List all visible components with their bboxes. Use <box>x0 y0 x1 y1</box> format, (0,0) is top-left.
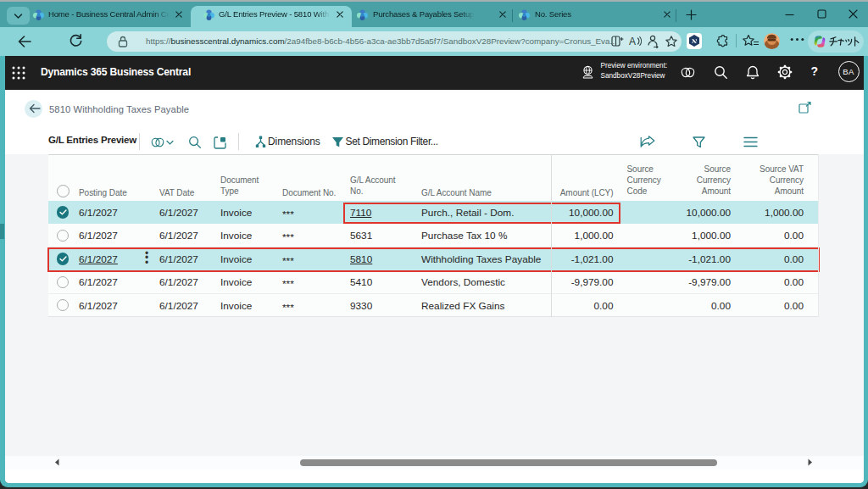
svg-text:A: A <box>629 36 636 47</box>
